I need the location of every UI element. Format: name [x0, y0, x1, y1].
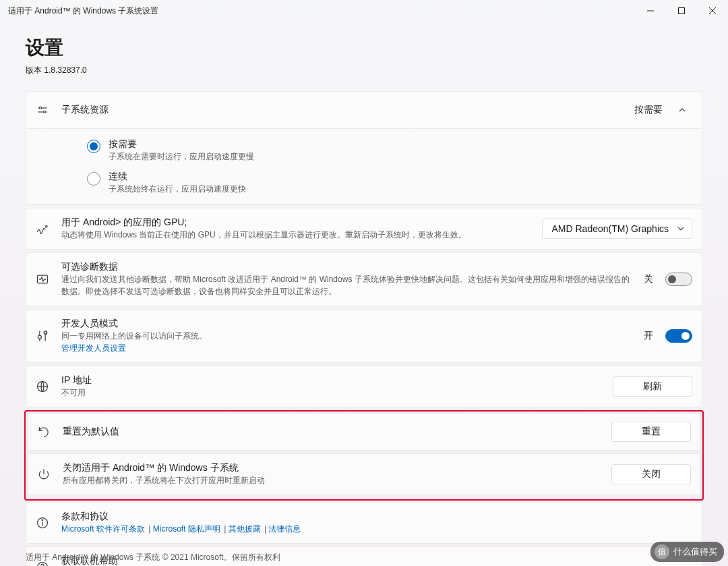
tools-icon: [36, 329, 49, 343]
resource-option-desc: 子系统在需要时运行，应用启动速度更慢: [109, 150, 254, 163]
undo-icon: [37, 425, 51, 438]
developer-mode-state: 开: [644, 330, 653, 342]
gpu-card: 用于 Android> 的应用的 GPU; 动态将使用 Windows 当前正在…: [26, 208, 702, 250]
signature-icon: [36, 222, 49, 235]
svg-point-4: [44, 111, 46, 113]
version-text: 版本 1.8.32837.0: [26, 65, 702, 76]
gpu-select-label: AMD Radeon(TM) Graphics: [552, 223, 669, 234]
globe-icon: [36, 380, 49, 393]
terms-link-license[interactable]: Microsoft 软件许可条款: [61, 523, 145, 535]
resource-option-label: 按需要: [109, 138, 254, 150]
svg-point-5: [46, 225, 48, 227]
subsystem-resources-value: 按需要: [634, 104, 663, 116]
shutdown-desc: 所有应用都将关闭，子系统将在下次打开应用时重新启动: [63, 474, 599, 486]
developer-settings-link[interactable]: 管理开发人员设置: [61, 343, 126, 354]
reset-card: 重置为默认值 重置: [27, 413, 701, 451]
svg-point-7: [44, 331, 47, 334]
page-title: 设置: [26, 35, 702, 61]
ip-title: IP 地址: [61, 374, 601, 387]
diagnostics-toggle[interactable]: [665, 273, 692, 286]
watermark-text: 什么值得买: [673, 546, 717, 558]
power-icon: [37, 468, 51, 481]
refresh-button[interactable]: 刷新: [613, 376, 692, 397]
watermark: 值 什么值得买: [650, 542, 724, 562]
subsystem-resources-options: 按需要 子系统在需要时运行，应用启动速度更慢 连续 子系统始终在运行，应用启动速…: [26, 129, 702, 205]
close-button[interactable]: [697, 0, 728, 22]
radio-unchecked-icon: [87, 172, 100, 186]
developer-mode-title: 开发人员模式: [61, 318, 632, 330]
svg-point-11: [42, 519, 43, 521]
highlight-group: 重置为默认值 重置 关闭适用于 Android™ 的 Windows 子系统 所…: [24, 410, 704, 501]
gpu-title: 用于 Android> 的应用的 GPU;: [61, 217, 530, 229]
terms-link-disclosure[interactable]: 其他披露: [229, 523, 261, 535]
chevron-down-icon: [677, 225, 685, 233]
content: 设置 版本 1.8.32837.0 子系统资源 按需要 按需要 子系统在需要时运…: [0, 22, 728, 547]
ip-desc: 不可用: [61, 387, 601, 399]
subsystem-resources-title: 子系统资源: [61, 104, 622, 116]
resource-option-desc: 子系统始终在运行，应用启动速度更快: [109, 183, 246, 195]
terms-link-privacy[interactable]: Microsoft 隐私声明: [153, 523, 220, 535]
resource-option-label: 连续: [109, 171, 246, 183]
developer-mode-card: 开发人员模式 同一专用网络上的设备可以访问子系统。 管理开发人员设置 开: [26, 309, 702, 363]
radio-checked-icon: [87, 140, 100, 153]
chevron-up-icon: [672, 100, 692, 120]
diagnostics-state: 关: [644, 273, 653, 285]
footer: 适用于 Android™ 的 Windows 子系统 © 2021 Micros…: [0, 548, 728, 566]
resource-option-on-demand[interactable]: 按需要 子系统在需要时运行，应用启动速度更慢: [87, 134, 692, 167]
diagnostics-title: 可选诊断数据: [61, 261, 632, 273]
reset-button[interactable]: 重置: [611, 422, 691, 442]
info-icon: [36, 516, 49, 530]
developer-mode-desc: 同一专用网络上的设备可以访问子系统。: [61, 330, 632, 342]
diagnostics-desc: 通过向我们发送其他诊断数据，帮助 Microsoft 改进适用于 Android…: [61, 273, 632, 298]
titlebar: 适用于 Android™ 的 Windows 子系统设置: [0, 0, 728, 22]
window-title: 适用于 Android™ 的 Windows 子系统设置: [8, 5, 158, 17]
footer-text: 适用于 Android™ 的 Windows 子系统 © 2021 Micros…: [26, 552, 280, 563]
minimize-button[interactable]: [635, 0, 666, 22]
subsystem-resources-header[interactable]: 子系统资源 按需要: [26, 91, 702, 129]
terms-title: 条款和协议: [61, 511, 692, 523]
reset-title: 重置为默认值: [63, 426, 599, 438]
shutdown-title: 关闭适用于 Android™ 的 Windows 子系统: [63, 462, 599, 474]
shutdown-button[interactable]: 关闭: [611, 464, 691, 484]
svg-rect-0: [679, 8, 685, 14]
gpu-desc: 动态将使用 Windows 当前正在使用的 GPU，并且可以根据主显示器进行更改…: [61, 229, 530, 241]
watermark-badge: 值: [655, 544, 669, 559]
terms-link-legal[interactable]: 法律信息: [268, 523, 301, 535]
heartbeat-icon: [36, 273, 49, 286]
svg-point-3: [40, 107, 42, 109]
shutdown-card: 关闭适用于 Android™ 的 Windows 子系统 所有应用都将关闭，子系…: [27, 453, 701, 495]
gpu-select[interactable]: AMD Radeon(TM) Graphics: [542, 219, 693, 239]
sliders-icon: [36, 103, 49, 117]
maximize-button[interactable]: [666, 0, 697, 22]
developer-mode-toggle[interactable]: [665, 329, 692, 343]
ip-address-card: IP 地址 不可用 刷新: [26, 366, 702, 407]
terms-card: 条款和协议 Microsoft 软件许可条款 | Microsoft 隐私声明 …: [26, 502, 702, 544]
resource-option-continuous[interactable]: 连续 子系统始终在运行，应用启动速度更快: [87, 167, 692, 199]
diagnostics-card: 可选诊断数据 通过向我们发送其他诊断数据，帮助 Microsoft 改进适用于 …: [26, 252, 702, 306]
